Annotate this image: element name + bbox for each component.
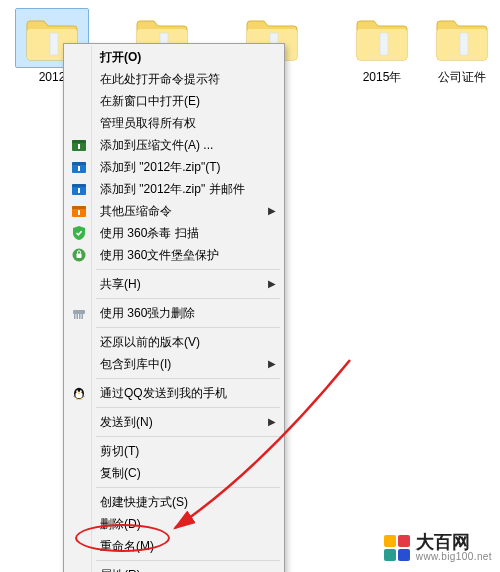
submenu-arrow-icon: ▶ <box>268 411 276 433</box>
menu-item[interactable]: 添加到 "2012年.zip" 并邮件 <box>66 178 282 200</box>
menu-item-label: 发送到(N) <box>100 415 153 429</box>
menu-item[interactable]: 通过QQ发送到我的手机 <box>66 382 282 404</box>
menu-item-label: 共享(H) <box>100 277 141 291</box>
menu-item[interactable]: 在新窗口中打开(E) <box>66 90 282 112</box>
menu-item-label: 打开(O) <box>100 50 141 64</box>
folder-label: 2015年 <box>342 70 422 84</box>
svg-rect-16 <box>78 210 80 215</box>
menu-separator <box>96 298 280 299</box>
qq-icon <box>70 384 88 402</box>
menu-item[interactable]: 在此处打开命令提示符 <box>66 68 282 90</box>
menu-item-label: 复制(C) <box>100 466 141 480</box>
archive-icon <box>70 202 88 220</box>
svg-rect-20 <box>74 314 76 319</box>
menu-item-label: 使用 360强力删除 <box>100 306 195 320</box>
menu-item[interactable]: 其他压缩命令▶ <box>66 200 282 222</box>
submenu-arrow-icon: ▶ <box>268 353 276 375</box>
svg-rect-12 <box>72 184 86 187</box>
folder-4[interactable]: 公司证件 <box>422 8 500 84</box>
menu-item[interactable]: 添加到压缩文件(A) ... <box>66 134 282 156</box>
menu-separator <box>96 327 280 328</box>
svg-point-26 <box>76 390 78 392</box>
menu-item-label: 还原以前的版本(V) <box>100 335 200 349</box>
submenu-arrow-icon: ▶ <box>268 273 276 295</box>
menu-item[interactable]: 发送到(N)▶ <box>66 411 282 433</box>
menu-item[interactable]: 共享(H)▶ <box>66 273 282 295</box>
menu-separator <box>96 487 280 488</box>
menu-item-label: 其他压缩命令 <box>100 204 172 218</box>
menu-item[interactable]: 管理员取得所有权 <box>66 112 282 134</box>
menu-item-label: 通过QQ发送到我的手机 <box>100 386 227 400</box>
svg-rect-18 <box>77 254 82 259</box>
svg-point-30 <box>80 398 83 399</box>
brand-url: www.big100.net <box>416 551 492 562</box>
folder-icon <box>345 8 419 68</box>
logo-tile <box>384 549 396 561</box>
folder-icon <box>425 8 499 68</box>
shred-icon <box>70 304 88 322</box>
menu-item[interactable]: 打开(O) <box>66 46 282 68</box>
menu-item[interactable]: 使用 360文件堡垒保护 <box>66 244 282 266</box>
menu-item-label: 在新窗口中打开(E) <box>100 94 200 108</box>
menu-item[interactable]: 创建快捷方式(S) <box>66 491 282 513</box>
menu-item-label: 添加到 "2012年.zip" 并邮件 <box>100 182 245 196</box>
menu-item[interactable]: 删除(D) <box>66 513 282 535</box>
svg-rect-23 <box>82 314 84 319</box>
folder-3[interactable]: 2015年 <box>342 8 422 84</box>
logo-tiles <box>384 535 410 561</box>
menu-item-label: 属性(R) <box>100 568 141 572</box>
archive-icon <box>70 136 88 154</box>
menu-item-label: 删除(D) <box>100 517 141 531</box>
menu-separator <box>96 560 280 561</box>
menu-item-label: 在此处打开命令提示符 <box>100 72 220 86</box>
svg-rect-21 <box>77 314 79 319</box>
svg-point-28 <box>78 392 81 393</box>
menu-item-label: 使用 360文件堡垒保护 <box>100 248 219 262</box>
menu-item[interactable]: 还原以前的版本(V) <box>66 331 282 353</box>
vault-icon <box>70 246 88 264</box>
archive-icon <box>70 158 88 176</box>
svg-rect-0 <box>50 33 58 55</box>
svg-rect-15 <box>72 206 86 209</box>
shield-icon <box>70 224 88 242</box>
menu-item[interactable]: 重命名(M) <box>66 535 282 557</box>
menu-item[interactable]: 剪切(T) <box>66 440 282 462</box>
menu-separator <box>96 378 280 379</box>
svg-rect-22 <box>79 314 81 319</box>
menu-item[interactable]: 包含到库中(I)▶ <box>66 353 282 375</box>
svg-point-29 <box>76 398 79 399</box>
menu-item-label: 添加到压缩文件(A) ... <box>100 138 213 152</box>
menu-item-label: 重命名(M) <box>100 539 154 553</box>
menu-separator <box>96 436 280 437</box>
menu-item-label: 包含到库中(I) <box>100 357 171 371</box>
menu-item[interactable]: 使用 360杀毒 扫描 <box>66 222 282 244</box>
menu-item[interactable]: 使用 360强力删除 <box>66 302 282 324</box>
menu-item-label: 创建快捷方式(S) <box>100 495 188 509</box>
context-menu: 打开(O)在此处打开命令提示符在新窗口中打开(E)管理员取得所有权添加到压缩文件… <box>63 43 285 572</box>
logo-tile <box>384 535 396 547</box>
svg-rect-3 <box>380 33 388 55</box>
menu-item-label: 剪切(T) <box>100 444 139 458</box>
svg-rect-13 <box>78 188 80 193</box>
submenu-arrow-icon: ▶ <box>268 200 276 222</box>
menu-item-label: 管理员取得所有权 <box>100 116 196 130</box>
menu-item-label: 添加到 "2012年.zip"(T) <box>100 160 221 174</box>
archive-icon <box>70 180 88 198</box>
menu-item[interactable]: 添加到 "2012年.zip"(T) <box>66 156 282 178</box>
folder-label: 公司证件 <box>422 70 500 84</box>
logo-tile <box>398 549 410 561</box>
svg-rect-10 <box>78 166 80 171</box>
svg-rect-19 <box>73 310 85 314</box>
svg-point-27 <box>80 390 82 392</box>
menu-separator <box>96 269 280 270</box>
watermark-logo: 大百网 www.big100.net <box>384 533 492 562</box>
svg-rect-9 <box>72 162 86 165</box>
menu-item-label: 使用 360杀毒 扫描 <box>100 226 199 240</box>
svg-rect-7 <box>78 144 80 149</box>
menu-item[interactable]: 属性(R) <box>66 564 282 572</box>
menu-separator <box>96 407 280 408</box>
brand-name: 大百网 <box>416 533 492 551</box>
logo-tile <box>398 535 410 547</box>
menu-item[interactable]: 复制(C) <box>66 462 282 484</box>
svg-rect-4 <box>460 33 468 55</box>
